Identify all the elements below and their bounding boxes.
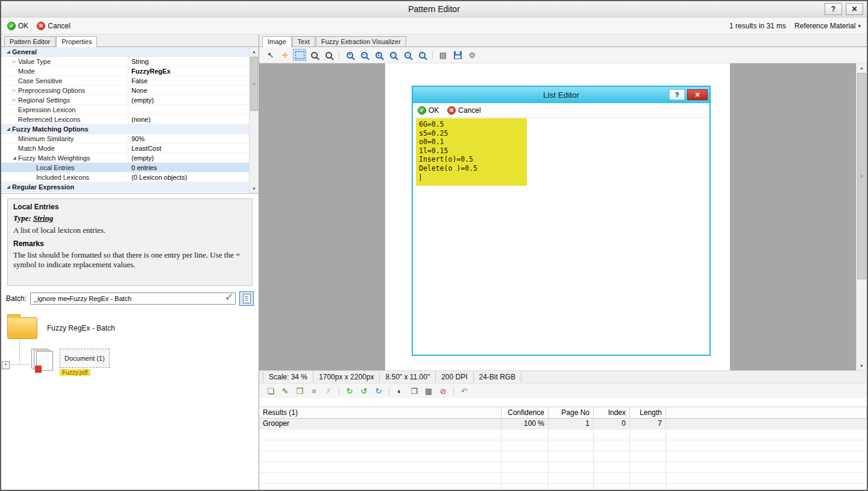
image-viewer[interactable]: List Editor ? ✕ ✓ OK ✕ Cancel bbox=[259, 63, 867, 370]
property-value[interactable]: 90% bbox=[128, 134, 250, 143]
expand-icon[interactable]: + bbox=[2, 361, 10, 369]
property-row-case-sensitive[interactable]: Case SensitiveFalse bbox=[1, 76, 250, 86]
property-value[interactable]: (0 Lexicon objects) bbox=[128, 173, 250, 182]
tree-node-document[interactable]: Document (1) Fuzzy.pdf bbox=[31, 349, 110, 376]
levels-icon[interactable]: ≡ bbox=[307, 385, 321, 397]
property-row-general[interactable]: ◢General bbox=[1, 47, 250, 57]
property-row-regional-settings[interactable]: ▷Regional Settings(empty) bbox=[1, 95, 250, 105]
rotate-icon[interactable]: ↺ bbox=[357, 385, 371, 397]
table-icon[interactable]: ▦ bbox=[422, 385, 435, 397]
results-header-length[interactable]: Length bbox=[630, 407, 666, 418]
viewer-scrollbar[interactable]: ▲ ▼ bbox=[856, 63, 867, 370]
property-row-expression-lexicon[interactable]: Expression Lexicon bbox=[1, 105, 250, 115]
undo-icon[interactable]: ↶ bbox=[458, 385, 471, 397]
zoom-out-icon[interactable]: − bbox=[357, 49, 371, 61]
tools-icon[interactable]: ⚙ bbox=[465, 49, 479, 61]
tab-properties[interactable]: Properties bbox=[56, 36, 97, 47]
filter-icon[interactable]: ▼✓ bbox=[223, 296, 232, 302]
property-value[interactable] bbox=[128, 105, 250, 114]
scroll-thumb[interactable] bbox=[857, 73, 866, 279]
property-value[interactable]: LeastCost bbox=[128, 144, 250, 153]
scroll-down-icon[interactable]: ▼ bbox=[250, 184, 259, 193]
tree-node-batch[interactable]: Fuzzy RegEx - Batch bbox=[7, 317, 115, 339]
pan-icon[interactable]: ✛ bbox=[278, 49, 292, 61]
pointer-icon[interactable]: ↖ bbox=[264, 49, 277, 61]
print-icon[interactable]: ▤ bbox=[436, 49, 450, 61]
edit-image-icon[interactable]: ✎ bbox=[278, 385, 292, 397]
help-button[interactable]: ? bbox=[825, 3, 842, 15]
tab-image[interactable]: Image bbox=[262, 36, 292, 47]
expander-icon[interactable]: ▷ bbox=[11, 86, 18, 95]
property-row-fuzzy-matching-options[interactable]: ◢Fuzzy Matching Options bbox=[1, 124, 250, 134]
invert-icon[interactable]: ◐ bbox=[393, 385, 406, 397]
expander-icon[interactable]: ◢ bbox=[5, 182, 12, 192]
property-value[interactable]: None bbox=[128, 86, 250, 95]
property-value[interactable] bbox=[128, 124, 250, 133]
property-value[interactable] bbox=[128, 182, 250, 191]
file-label[interactable]: Fuzzy.pdf bbox=[60, 369, 90, 376]
property-value[interactable] bbox=[128, 47, 250, 56]
export-image-icon[interactable]: ❏ bbox=[264, 385, 277, 397]
scroll-down-icon[interactable]: ▼ bbox=[857, 361, 867, 370]
expander-icon[interactable]: ▷ bbox=[11, 57, 18, 66]
magnifier-preview-icon[interactable] bbox=[322, 49, 335, 61]
property-value[interactable]: (empty) bbox=[128, 153, 250, 162]
zoom-fit-icon[interactable]: □ bbox=[386, 49, 400, 61]
property-value[interactable]: String bbox=[128, 57, 250, 66]
reprocess-icon[interactable]: ↻ bbox=[372, 385, 385, 397]
fit-width-icon[interactable]: ↔ bbox=[401, 49, 414, 61]
property-value[interactable]: (empty) bbox=[128, 95, 250, 104]
expander-icon[interactable]: ◢ bbox=[5, 47, 12, 57]
results-header-page-no[interactable]: Page No bbox=[549, 407, 594, 418]
property-row-value-type[interactable]: ▷Value TypeString bbox=[1, 57, 250, 66]
save-icon[interactable] bbox=[451, 49, 464, 61]
scroll-thumb[interactable] bbox=[250, 57, 258, 111]
property-row-minimum-similarity[interactable]: Minimum Similarity90% bbox=[1, 134, 250, 144]
view-document-button[interactable] bbox=[239, 291, 254, 306]
property-row-referenced-lexicons[interactable]: Referenced Lexicons(none) bbox=[1, 115, 250, 124]
property-row-regular-expression[interactable]: ◢Regular Expression bbox=[1, 182, 250, 192]
tab-text[interactable]: Text bbox=[292, 36, 315, 46]
ok-button[interactable]: ✓ OK bbox=[7, 22, 28, 30]
type-link[interactable]: String bbox=[33, 214, 53, 223]
result-row[interactable]: Grooper100 %107 bbox=[259, 419, 867, 429]
property-row-preprocessing-options[interactable]: ▷Preprocessing OptionsNone bbox=[1, 86, 250, 95]
zoom-actual-icon[interactable]: 1 bbox=[372, 49, 385, 61]
results-header-confidence[interactable]: Confidence bbox=[502, 407, 549, 418]
property-value[interactable]: (none) bbox=[128, 115, 250, 124]
tab-fuzzy-extraction-visualizer[interactable]: Fuzzy Extraction Visualizer bbox=[316, 36, 406, 46]
zoom-in-icon[interactable]: + bbox=[343, 49, 356, 61]
reload-icon[interactable]: ↻ bbox=[343, 385, 356, 397]
delete-icon[interactable]: ✗ bbox=[322, 385, 335, 397]
cancel-button[interactable]: ✕ Cancel bbox=[37, 22, 70, 30]
image-settings-icon[interactable]: ❐ bbox=[293, 385, 306, 397]
results-header-index[interactable]: Index bbox=[594, 407, 630, 418]
property-row-included-lexicons[interactable]: Included Lexicons(0 Lexicon objects) bbox=[1, 173, 250, 182]
property-row-match-mode[interactable]: Match ModeLeastCost bbox=[1, 144, 250, 153]
titlebar[interactable]: Pattern Editor ? ✕ bbox=[1, 1, 867, 17]
property-value[interactable]: 0 entries bbox=[128, 163, 250, 172]
reference-material-button[interactable]: Reference Material ▾ bbox=[794, 22, 861, 30]
scroll-up-icon[interactable]: ▲ bbox=[250, 47, 259, 56]
property-grid-scrollbar[interactable]: ▲ ▼ bbox=[249, 47, 259, 193]
tab-pattern-editor[interactable]: Pattern Editor bbox=[4, 36, 55, 46]
expander-icon[interactable]: ◢ bbox=[5, 124, 12, 134]
region-select-icon[interactable] bbox=[293, 49, 306, 61]
crop-icon[interactable]: ❒ bbox=[407, 385, 421, 397]
document-icon bbox=[243, 294, 251, 303]
property-value[interactable]: False bbox=[128, 76, 250, 85]
scroll-up-icon[interactable]: ▲ bbox=[857, 63, 867, 72]
results-header-results-1[interactable]: Results (1) bbox=[259, 407, 502, 418]
close-button[interactable]: ✕ bbox=[846, 3, 863, 15]
redact-icon[interactable]: ⊘ bbox=[436, 385, 450, 397]
zoom-select-icon[interactable]: ▫ bbox=[307, 49, 321, 61]
batch-combo[interactable]: _ignore me•Fuzzy RegEx - Batch ▼✓ bbox=[30, 293, 236, 305]
expander-icon[interactable]: ▷ bbox=[11, 95, 18, 105]
expander-icon[interactable]: ◢ bbox=[11, 153, 18, 163]
property-row-local-entries[interactable]: Local Entries0 entries bbox=[1, 163, 250, 173]
property-row-fuzzy-match-weightings[interactable]: ◢Fuzzy Match Weightings(empty) bbox=[1, 153, 250, 163]
fit-height-icon[interactable]: ↕ bbox=[415, 49, 429, 61]
document-label[interactable]: Document (1) bbox=[60, 349, 110, 368]
property-row-mode[interactable]: ModeFuzzyRegEx bbox=[1, 66, 250, 76]
property-value[interactable]: FuzzyRegEx bbox=[128, 66, 250, 75]
